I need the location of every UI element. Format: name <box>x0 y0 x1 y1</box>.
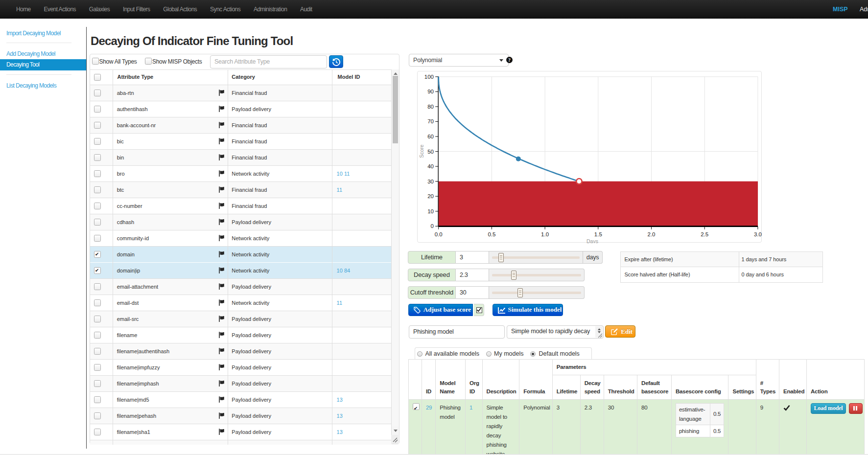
svg-text:Days: Days <box>586 238 598 243</box>
svg-text:2.0: 2.0 <box>648 231 656 237</box>
svg-text:30: 30 <box>427 179 434 184</box>
svg-text:0.5: 0.5 <box>488 231 495 237</box>
svg-text:0.0: 0.0 <box>435 231 443 237</box>
svg-text:100: 100 <box>424 74 434 80</box>
svg-text:90: 90 <box>427 89 434 94</box>
svg-text:3.0: 3.0 <box>754 231 762 237</box>
svg-text:40: 40 <box>427 163 434 169</box>
svg-text:Score: Score <box>419 144 424 158</box>
svg-text:10: 10 <box>427 208 434 214</box>
svg-text:60: 60 <box>427 134 434 139</box>
svg-text:20: 20 <box>427 193 434 199</box>
svg-text:0: 0 <box>431 223 434 229</box>
svg-text:70: 70 <box>427 118 434 124</box>
svg-text:50: 50 <box>427 149 434 155</box>
svg-text:80: 80 <box>427 104 434 110</box>
svg-text:2.5: 2.5 <box>701 231 708 237</box>
svg-text:1.0: 1.0 <box>541 231 549 237</box>
svg-text:1.5: 1.5 <box>594 231 602 237</box>
